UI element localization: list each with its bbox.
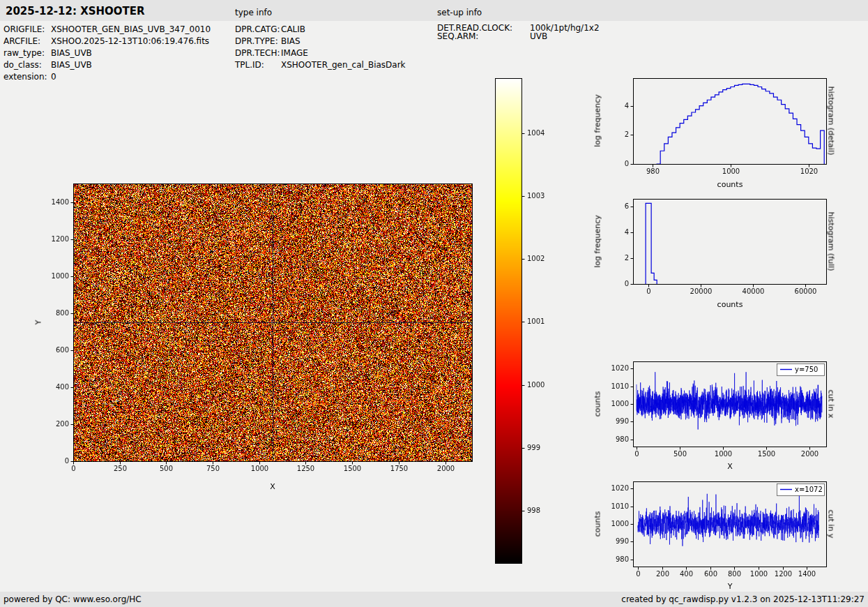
- meta-label: SEQ.ARM:: [437, 32, 530, 40]
- meta-label: TPL.ID:: [235, 59, 281, 71]
- meta-label: DPR.TYPE:: [235, 36, 281, 47]
- colorbar: [495, 74, 554, 567]
- meta-row-tpl-id: TPL.ID:XSHOOTER_gen_cal_BiasDark: [235, 59, 406, 71]
- meta-row-dpr-catg: DPR.CATG:CALIB: [235, 24, 406, 36]
- cut-y-side-label: cut in y: [827, 510, 836, 539]
- main-xaxis-label: X: [270, 482, 275, 491]
- meta-row-rawtype: raw_type:BIAS_UVB: [3, 47, 211, 59]
- meta-row-dpr-tech: DPR.TECH:IMAGE: [235, 47, 406, 59]
- bias-image-plot: [42, 174, 492, 485]
- page-title: 2025-12-12: XSHOOTER: [6, 5, 145, 17]
- meta-label: DPR.TECH:: [235, 47, 281, 59]
- meta-label: raw_type:: [3, 47, 51, 59]
- histogram-detail-plot: [600, 71, 833, 186]
- hist-detail-xaxis-label: counts: [717, 180, 743, 189]
- meta-row-arcfile: ARCFILE:XSHOO.2025-12-13T10:06:19.476.fi…: [3, 36, 211, 47]
- type-info-heading: type info: [235, 8, 272, 17]
- meta-value: UVB: [530, 31, 547, 41]
- footer-left-text: powered by QC: www.eso.org/HC: [3, 594, 142, 604]
- header-bar: 2025-12-12: XSHOOTER type info set-up in…: [0, 0, 868, 21]
- file-metadata-block: ORIGFILE:XSHOOTER_GEN_BIAS_UVB_347_0010 …: [3, 24, 211, 83]
- meta-row-seq-arm: SEQ.ARM:UVB: [437, 32, 600, 40]
- hist-detail-yaxis-label: log frequency: [593, 94, 602, 147]
- meta-value: BIAS_UVB: [51, 60, 92, 70]
- meta-row-dpr-type: DPR.TYPE:BIAS: [235, 36, 406, 47]
- meta-row-extension: extension:0: [3, 71, 211, 83]
- meta-label: ORIGFILE:: [3, 24, 51, 36]
- qc-report-page: 2025-12-12: XSHOOTER type info set-up in…: [0, 0, 868, 607]
- meta-value: BIAS_UVB: [51, 48, 92, 58]
- cut-x-yaxis-label: counts: [593, 391, 602, 417]
- cut-in-y-plot: [600, 474, 833, 590]
- meta-value: XSHOOTER_gen_cal_BiasDark: [281, 60, 406, 70]
- cut-x-xaxis-label: X: [727, 462, 733, 471]
- footer-bar: powered by QC: www.eso.org/HC created by…: [0, 592, 868, 607]
- hist-full-side-label: histogram (full): [827, 212, 836, 271]
- cut-in-x-plot: [600, 354, 833, 470]
- hist-full-xaxis-label: counts: [717, 300, 743, 309]
- cut-y-xaxis-label: Y: [728, 582, 733, 591]
- meta-value: XSHOO.2025-12-13T10:06:19.476.fits: [51, 36, 209, 46]
- meta-value: IMAGE: [281, 48, 308, 58]
- meta-row-origfile: ORIGFILE:XSHOOTER_GEN_BIAS_UVB_347_0010: [3, 24, 211, 36]
- footer-right-text: created by qc_rawdisp.py v1.2.3 on 2025-…: [621, 594, 865, 604]
- type-info-block: DPR.CATG:CALIB DPR.TYPE:BIAS DPR.TECH:IM…: [235, 24, 406, 71]
- setup-info-heading: set-up info: [437, 8, 482, 17]
- meta-row-doclass: do_class:BIAS_UVB: [3, 59, 211, 71]
- meta-label: do_class:: [3, 59, 51, 71]
- meta-value: BIAS: [281, 36, 300, 46]
- main-yaxis-label: Y: [34, 320, 43, 325]
- histogram-full-plot: [600, 192, 833, 307]
- setup-info-block: DET.READ.CLOCK:100k/1pt/hg/1x2 SEQ.ARM:U…: [437, 24, 600, 40]
- meta-value: CALIB: [281, 24, 305, 34]
- meta-value: XSHOOTER_GEN_BIAS_UVB_347_0010: [51, 24, 211, 34]
- meta-label: DPR.CATG:: [235, 24, 281, 36]
- cut-x-side-label: cut in x: [827, 390, 836, 419]
- cut-y-yaxis-label: counts: [593, 511, 602, 537]
- hist-detail-side-label: histogram (detail): [827, 87, 836, 156]
- meta-label: extension:: [3, 71, 51, 83]
- hist-full-yaxis-label: log frequency: [593, 215, 602, 267]
- meta-value: 0: [51, 72, 56, 82]
- meta-label: ARCFILE:: [3, 36, 51, 47]
